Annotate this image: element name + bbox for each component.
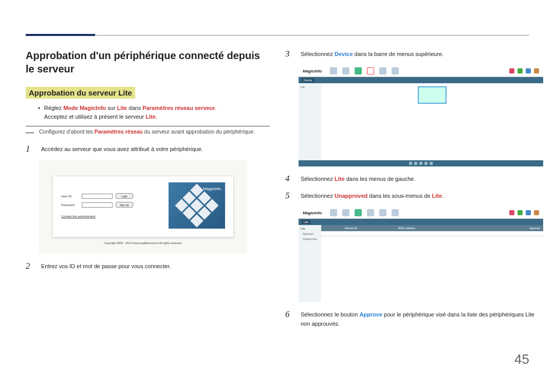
step-text: Sélectionnez Device dans la barre de men… — [301, 49, 443, 59]
login-card: User ID Login Password Sign Up Contact t… — [52, 176, 234, 237]
device-thumbnail[interactable] — [418, 86, 447, 104]
lite-tab[interactable]: Lite — [302, 220, 310, 224]
device-dashboard-screenshot: MagicInfo Device — [299, 65, 543, 166]
step-4: 4 Sélectionnez Lite dans les menus de ga… — [285, 174, 543, 184]
status-icon[interactable] — [509, 210, 514, 215]
signup-button[interactable]: Sign Up — [116, 202, 133, 208]
label-user-id: User ID — [61, 195, 79, 198]
step-1: 1 Accédez au serveur que vous avez attri… — [26, 144, 270, 154]
login-screenshot: User ID Login Password Sign Up Contact t… — [39, 160, 247, 254]
pager-icon[interactable] — [430, 162, 433, 165]
menu-icon[interactable] — [355, 209, 362, 216]
header-rule — [26, 35, 529, 35]
note-row: ― Configurez d'abord les Paramètres rése… — [26, 126, 270, 137]
dash-footer — [299, 160, 543, 166]
col-mac: MAC address — [398, 227, 415, 230]
menu-icon[interactable] — [392, 67, 399, 74]
top-right-icons — [509, 68, 539, 73]
sidebar-item[interactable]: · — [301, 90, 319, 94]
menu-icon[interactable] — [379, 67, 386, 74]
pager-icon[interactable] — [419, 162, 422, 165]
sidebar-item-approved[interactable]: Approved — [301, 232, 319, 235]
note-text: Configurez d'abord les Paramètres réseau… — [39, 128, 270, 135]
menu-icon[interactable] — [330, 67, 337, 74]
page-title: Approbation d'un périphérique connecté d… — [26, 49, 270, 76]
dash-tabbar: Device — [299, 77, 543, 83]
pager-icon[interactable] — [409, 162, 412, 165]
col-approve: Approve — [530, 227, 541, 230]
step-number: 1 — [26, 144, 34, 154]
status-icon[interactable] — [517, 68, 523, 73]
bullet-text: Réglez Mode MagicInfo sur Lite dans Para… — [44, 104, 217, 121]
sidebar-item[interactable]: · — [301, 96, 319, 99]
menu-icon[interactable] — [342, 67, 349, 74]
lite-unapproved-screenshot: MagicInfo Lite — [299, 207, 543, 302]
menu-icon[interactable] — [355, 67, 362, 74]
menu-icon[interactable] — [392, 209, 399, 216]
status-icon[interactable] — [534, 68, 539, 73]
contact-admin-link[interactable]: Contact the administrator — [61, 215, 159, 218]
right-column: 3 Sélectionnez Device dans la barre de m… — [285, 49, 543, 334]
header-accent — [26, 34, 95, 36]
magicinfo-logo: MagicInfo — [303, 211, 322, 215]
note-dash: ― — [26, 128, 34, 137]
status-icon[interactable] — [517, 210, 523, 215]
page-number: 45 — [514, 351, 529, 367]
user-id-input[interactable] — [82, 194, 113, 199]
pager-icon[interactable] — [424, 162, 428, 165]
step-number: 6 — [285, 309, 293, 328]
login-button[interactable]: Login — [116, 193, 133, 199]
magicinfo-logo: MagicInfo — [203, 186, 221, 191]
login-branding: MagicInfo — [169, 182, 225, 229]
step-number: 4 — [285, 174, 293, 184]
table-row[interactable] — [321, 231, 543, 236]
lite-tabbar: Lite — [299, 219, 543, 225]
dash-main — [321, 83, 543, 160]
sidebar-item-lite[interactable]: Lite — [301, 227, 319, 230]
step-3: 3 Sélectionnez Device dans la barre de m… — [285, 49, 543, 59]
step-6: 6 Sélectionnez le bouton Approve pour le… — [285, 309, 543, 328]
lite-sidebar: Lite Approved Unapproved — [299, 225, 321, 302]
dash-sidebar: Lite · · · — [299, 83, 321, 160]
bullet-item: • Réglez Mode MagicInfo sur Lite dans Pa… — [38, 104, 270, 121]
status-icon[interactable] — [526, 68, 531, 73]
copyright-text: Copyright 2009 - 2013 SamsungElectronics… — [52, 241, 234, 245]
step-2: 2 Entrez vos ID et mot de passe pour vou… — [26, 261, 270, 271]
lite-topbar: MagicInfo — [299, 207, 543, 219]
step-text: Sélectionnez le bouton Approve pour le p… — [301, 309, 543, 328]
table-header: Device ID MAC address Approve — [321, 225, 543, 231]
pager-icon[interactable] — [414, 162, 417, 165]
menu-icon[interactable] — [367, 209, 374, 216]
menu-icon[interactable] — [379, 209, 386, 216]
step-number: 2 — [26, 261, 34, 271]
step-text: Entrez vos ID et mot de passe pour vous … — [41, 261, 171, 271]
sidebar-item-lite[interactable]: Lite — [301, 85, 319, 88]
magicinfo-logo: MagicInfo — [303, 69, 322, 73]
password-input[interactable] — [82, 202, 113, 208]
step-number: 5 — [285, 191, 293, 201]
sidebar-item[interactable]: · — [301, 101, 319, 104]
step-text: Sélectionnez Unapproved dans les sous-me… — [301, 191, 443, 201]
lite-body: Lite Approved Unapproved Device ID MAC a… — [299, 225, 543, 302]
top-right-icons — [509, 210, 539, 215]
page-content: Approbation d'un périphérique connecté d… — [26, 49, 529, 334]
step-text: Accédez au serveur que vous avez attribu… — [41, 144, 203, 154]
step-number: 3 — [285, 49, 293, 59]
device-tab[interactable]: Device — [302, 78, 314, 82]
step-5: 5 Sélectionnez Unapproved dans les sous-… — [285, 191, 543, 201]
device-menu-icon[interactable] — [367, 67, 374, 74]
dash-topbar: MagicInfo — [299, 65, 543, 77]
col-device-id: Device ID — [345, 227, 357, 230]
section-subheading: Approbation du serveur Lite — [26, 87, 135, 99]
menu-icon[interactable] — [342, 209, 349, 216]
bullet-dot: • — [38, 104, 40, 121]
status-icon[interactable] — [509, 68, 514, 73]
login-form: User ID Login Password Sign Up Contact t… — [61, 193, 159, 218]
sidebar-item-unapproved[interactable]: Unapproved — [301, 237, 319, 240]
step-text: Sélectionnez Lite dans les menus de gauc… — [301, 174, 415, 184]
top-menu-icons — [330, 67, 399, 74]
dash-body: Lite · · · — [299, 83, 543, 160]
menu-icon[interactable] — [330, 209, 337, 216]
status-icon[interactable] — [526, 210, 531, 215]
status-icon[interactable] — [534, 210, 539, 215]
